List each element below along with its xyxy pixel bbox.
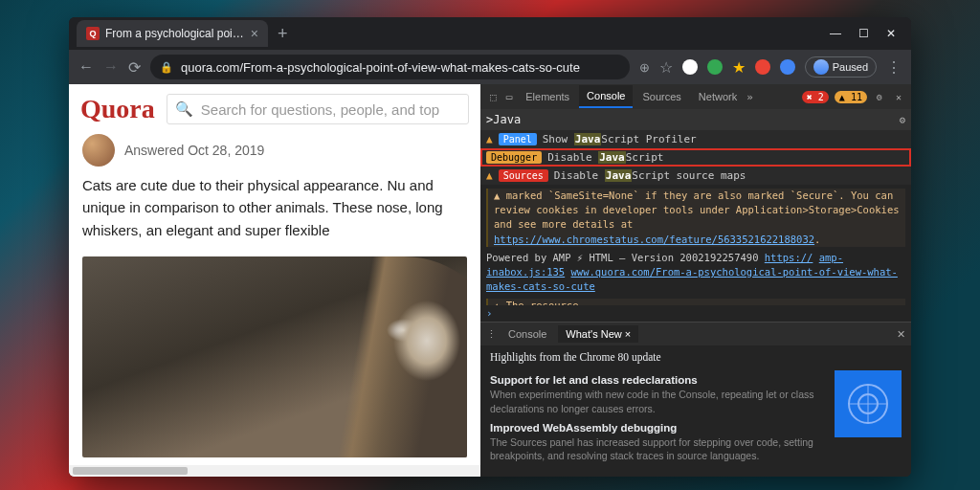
command-menu: ⚙ — [480, 109, 911, 130]
reload-button[interactable]: ⟳ — [128, 58, 141, 77]
tab-console[interactable]: Console — [579, 85, 633, 108]
more-tabs-icon[interactable]: » — [746, 91, 753, 103]
toolbar-actions: ⊕ ☆ ★ Paused ⋮ — [639, 56, 902, 78]
content-area: Quora 🔍 Search for questions, people, an… — [69, 84, 911, 477]
browser-window: Q From a psychological point of vi × + —… — [69, 17, 911, 477]
command-settings-icon[interactable]: ⚙ — [899, 114, 905, 126]
quora-search[interactable]: 🔍 Search for questions, people, and top — [167, 94, 469, 124]
console-message: Powered by AMP ⚡ HTML – Version 20021922… — [486, 251, 905, 295]
command-results: ▲PanelShow JavaScript ProfilerDebuggerDi… — [480, 130, 911, 185]
new-tab-button[interactable]: + — [278, 24, 288, 44]
search-icon: 🔍 — [175, 100, 193, 118]
warning-badge[interactable]: ▲ 11 — [835, 91, 867, 103]
webpage: Quora 🔍 Search for questions, people, an… — [69, 84, 480, 477]
quora-favicon: Q — [86, 27, 100, 40]
inspect-icon[interactable]: ⬚ — [486, 91, 501, 103]
window-controls: — ☐ ✕ — [830, 27, 903, 40]
command-category: Sources — [499, 169, 548, 182]
cat-illustration — [266, 256, 467, 457]
tab-title: From a psychological point of vi — [105, 27, 245, 40]
url-text: quora.com/From-a-psychological-point-of-… — [181, 60, 580, 75]
lock-icon: 🔒 — [160, 61, 173, 74]
tab-strip: Q From a psychological point of vi × + —… — [69, 17, 911, 50]
console-message: ▲ marked `SameSite=None` if they are als… — [486, 189, 905, 247]
command-label: Disable JavaScript source maps — [554, 169, 746, 182]
command-result-row[interactable]: ▲PanelShow JavaScript Profiler — [480, 130, 911, 148]
devtools-settings-icon[interactable]: ⚙ — [873, 92, 886, 102]
profile-status: Paused — [833, 61, 868, 73]
console-message: ▲ The resource https://cdn.ampproject.or… — [486, 299, 905, 306]
drawer-menu-icon[interactable]: ⋮ — [486, 328, 497, 341]
drawer-tabs: ⋮ Console What's New × ✕ — [480, 323, 911, 345]
answer-image — [82, 256, 467, 457]
forward-button[interactable]: → — [103, 58, 119, 76]
command-input[interactable] — [486, 113, 899, 126]
tab-network[interactable]: Network — [691, 86, 745, 107]
bookmark-icon[interactable]: ☆ — [659, 58, 673, 77]
extension-3[interactable]: ★ — [732, 58, 746, 77]
address-bar[interactable]: 🔒 quora.com/From-a-psychological-point-o… — [150, 55, 630, 79]
author-avatar[interactable] — [82, 134, 115, 167]
drawer-tab-console[interactable]: Console — [501, 325, 554, 343]
drawer-heading: Highlights from the Chrome 80 update — [480, 345, 911, 363]
answer-meta: Answered Oct 28, 2019 — [69, 134, 480, 172]
browser-menu-icon[interactable]: ⋮ — [886, 58, 902, 77]
extension-5[interactable] — [780, 59, 795, 75]
command-label: Disable JavaScript — [547, 151, 663, 164]
tab-sources[interactable]: Sources — [635, 86, 688, 107]
drawer-tab-close-icon[interactable]: × — [625, 328, 631, 340]
drawer-close-icon[interactable]: ✕ — [897, 328, 905, 341]
answer-date: Answered Oct 28, 2019 — [124, 143, 264, 158]
tab-elements[interactable]: Elements — [518, 86, 577, 107]
extension-4[interactable] — [755, 59, 770, 75]
console-output: ▲ marked `SameSite=None` if they are als… — [480, 185, 911, 305]
whatsnew-title: Support for let and class redeclarations — [490, 374, 823, 386]
quora-logo[interactable]: Quora — [80, 94, 155, 124]
extension-2[interactable] — [707, 59, 723, 75]
console-prompt[interactable]: › — [486, 307, 493, 320]
search-placeholder: Search for questions, people, and top — [201, 101, 439, 118]
maximize-icon[interactable]: ☐ — [858, 27, 869, 40]
avatar-icon — [813, 59, 829, 75]
extension-1[interactable] — [682, 59, 698, 75]
command-label: Show JavaScript Profiler — [543, 133, 697, 145]
drawer-body: Support for let and class redeclarations… — [480, 363, 911, 477]
drawer-tab-whatsnew[interactable]: What's New × — [558, 325, 638, 343]
answer-body: Cats are cute due to their physical appe… — [69, 172, 480, 243]
error-badge[interactable]: ✖ 2 — [802, 91, 829, 103]
back-button[interactable]: ← — [78, 58, 94, 76]
horizontal-scrollbar[interactable] — [69, 465, 480, 477]
browser-tab[interactable]: Q From a psychological point of vi × — [77, 20, 268, 47]
chrome-80-icon — [835, 370, 902, 437]
whatsnew-desc: The Sources panel has increased support … — [490, 435, 823, 463]
command-result-row[interactable]: ▲SourcesDisable JavaScript source maps — [480, 167, 911, 185]
tab-close-icon[interactable]: × — [251, 26, 258, 41]
share-icon[interactable]: ⊕ — [639, 60, 650, 75]
devtools-drawer: ⋮ Console What's New × ✕ Highlights from… — [480, 322, 911, 477]
close-window-icon[interactable]: ✕ — [886, 27, 896, 40]
command-result-row[interactable]: DebuggerDisable JavaScript — [480, 148, 911, 167]
device-icon[interactable]: ▭ — [502, 91, 517, 103]
whatsnew-title: Improved WebAssembly debugging — [490, 422, 823, 434]
whatsnew-desc: When experimenting with new code in the … — [490, 388, 823, 415]
minimize-icon[interactable]: — — [830, 27, 841, 40]
toolbar: ← → ⟳ 🔒 quora.com/From-a-psychological-p… — [69, 50, 911, 84]
devtools-tabs: ⬚ ▭ Elements Console Sources Network » ✖… — [480, 84, 911, 109]
quora-header: Quora 🔍 Search for questions, people, an… — [69, 84, 480, 134]
devtools-close-icon[interactable]: ✕ — [892, 92, 905, 102]
profile-chip[interactable]: Paused — [805, 56, 877, 78]
devtools-panel: ⬚ ▭ Elements Console Sources Network » ✖… — [480, 84, 911, 477]
command-category: Debugger — [486, 151, 542, 164]
command-category: Panel — [499, 133, 537, 145]
